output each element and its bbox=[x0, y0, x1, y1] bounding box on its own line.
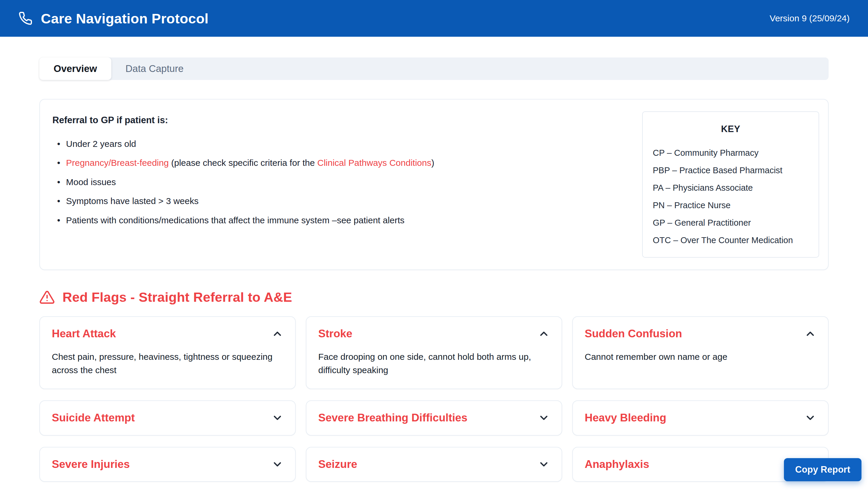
card-description: Chest pain, pressure, heaviness, tightne… bbox=[52, 350, 283, 377]
chevron-down-icon[interactable] bbox=[804, 412, 816, 424]
referral-panel: Referral to GP if patient is: Under 2 ye… bbox=[39, 99, 829, 270]
bullet-text-segment: Patients with conditions/medications tha… bbox=[66, 215, 405, 225]
card-title: Anaphylaxis bbox=[585, 458, 649, 471]
card-title: Severe Injuries bbox=[52, 458, 130, 471]
chevron-down-icon[interactable] bbox=[538, 412, 550, 424]
red-flag-card-grid: Heart AttackChest pain, pressure, heavin… bbox=[39, 316, 829, 491]
clinical-pathways-link[interactable]: Clinical Pathways Conditions bbox=[317, 158, 431, 168]
copy-report-button[interactable]: Copy Report bbox=[784, 458, 862, 481]
bullet-text-segment: Mood issues bbox=[66, 177, 116, 187]
card-description: Cannot remember own name or age bbox=[585, 350, 816, 364]
bullet-text-segment: ) bbox=[431, 158, 434, 168]
red-flag-card: Heart AttackChest pain, pressure, heavin… bbox=[39, 316, 296, 389]
card-toggle[interactable]: Heavy Bleeding bbox=[585, 411, 816, 425]
referral-bullet: Patients with conditions/medications tha… bbox=[52, 213, 434, 227]
red-flags-heading: Red Flags - Straight Referral to A&E bbox=[39, 290, 829, 305]
referral-criteria: Referral to GP if patient is: Under 2 ye… bbox=[52, 111, 434, 232]
referral-bullet: Pregnancy/Breast-feeding (please check s… bbox=[52, 156, 434, 170]
red-flag-card: Severe Injuries bbox=[39, 447, 296, 482]
referral-bullet: Symptoms have lasted > 3 weeks bbox=[52, 194, 434, 208]
bullet-text-segment: Pregnancy/Breast-feeding bbox=[66, 158, 169, 168]
red-flag-card: Suicide Attempt bbox=[39, 400, 296, 435]
referral-heading: Referral to GP if patient is: bbox=[52, 115, 434, 125]
card-toggle[interactable]: Stroke bbox=[318, 327, 550, 341]
version-label: Version 9 (25/09/24) bbox=[770, 13, 850, 23]
referral-bullet: Mood issues bbox=[52, 175, 434, 189]
card-title: Heavy Bleeding bbox=[585, 411, 666, 425]
card-title: Suicide Attempt bbox=[52, 411, 135, 425]
card-title: Heart Attack bbox=[52, 327, 116, 341]
card-toggle[interactable]: Severe Injuries bbox=[52, 458, 283, 471]
card-title: Stroke bbox=[318, 327, 352, 341]
card-title: Severe Breathing Difficulties bbox=[318, 411, 468, 425]
red-flag-card: Seizure bbox=[306, 447, 562, 482]
tab-data-capture[interactable]: Data Capture bbox=[111, 57, 198, 80]
key-item: PBP – Practice Based Pharmacist bbox=[653, 166, 808, 175]
chevron-down-icon[interactable] bbox=[271, 412, 283, 424]
referral-bullet-list: Under 2 years oldPregnancy/Breast-feedin… bbox=[52, 137, 434, 227]
tab-bar: Overview Data Capture bbox=[39, 57, 829, 80]
card-toggle[interactable]: Sudden Confusion bbox=[585, 327, 816, 341]
chevron-down-icon[interactable] bbox=[538, 458, 550, 470]
card-toggle[interactable]: Heart Attack bbox=[52, 327, 283, 341]
card-title: Sudden Confusion bbox=[585, 327, 682, 341]
card-toggle[interactable]: Anaphylaxis bbox=[585, 458, 816, 471]
red-flag-card: Heavy Bleeding bbox=[572, 400, 829, 435]
phone-icon bbox=[18, 11, 33, 26]
app-header: Care Navigation Protocol Version 9 (25/0… bbox=[0, 0, 868, 37]
key-item: GP – General Practitioner bbox=[653, 218, 808, 228]
chevron-up-icon[interactable] bbox=[804, 328, 816, 340]
card-title: Seizure bbox=[318, 458, 357, 471]
main-content: Overview Data Capture Referral to GP if … bbox=[39, 57, 829, 491]
warning-triangle-icon bbox=[39, 290, 55, 305]
key-title: KEY bbox=[653, 124, 808, 135]
bullet-text-segment: Symptoms have lasted > 3 weeks bbox=[66, 196, 199, 206]
card-toggle[interactable]: Severe Breathing Difficulties bbox=[318, 411, 550, 425]
key-item: OTC – Over The Counter Medication bbox=[653, 235, 808, 245]
key-item: PA – Physicians Associate bbox=[653, 183, 808, 193]
red-flag-card: Severe Breathing Difficulties bbox=[306, 400, 562, 435]
red-flags-title: Red Flags - Straight Referral to A&E bbox=[62, 290, 292, 305]
bullet-text-segment: (please check specific criteria for the bbox=[169, 158, 317, 168]
red-flag-card: Sudden ConfusionCannot remember own name… bbox=[572, 316, 829, 389]
bullet-text-segment: Under 2 years old bbox=[66, 139, 136, 149]
chevron-down-icon[interactable] bbox=[271, 458, 283, 470]
chevron-up-icon[interactable] bbox=[271, 328, 283, 340]
key-item: PN – Practice Nurse bbox=[653, 201, 808, 210]
key-item: CP – Community Pharmacy bbox=[653, 148, 808, 158]
card-toggle[interactable]: Suicide Attempt bbox=[52, 411, 283, 425]
header-brand: Care Navigation Protocol bbox=[18, 10, 208, 27]
page-title: Care Navigation Protocol bbox=[41, 10, 208, 27]
key-list: CP – Community PharmacyPBP – Practice Ba… bbox=[653, 148, 808, 245]
key-box: KEY CP – Community PharmacyPBP – Practic… bbox=[642, 111, 819, 258]
chevron-up-icon[interactable] bbox=[538, 328, 550, 340]
card-toggle[interactable]: Seizure bbox=[318, 458, 550, 471]
tab-overview[interactable]: Overview bbox=[39, 57, 111, 80]
referral-bullet: Under 2 years old bbox=[52, 137, 434, 151]
card-description: Face drooping on one side, cannot hold b… bbox=[318, 350, 550, 377]
red-flag-card: StrokeFace drooping on one side, cannot … bbox=[306, 316, 562, 389]
